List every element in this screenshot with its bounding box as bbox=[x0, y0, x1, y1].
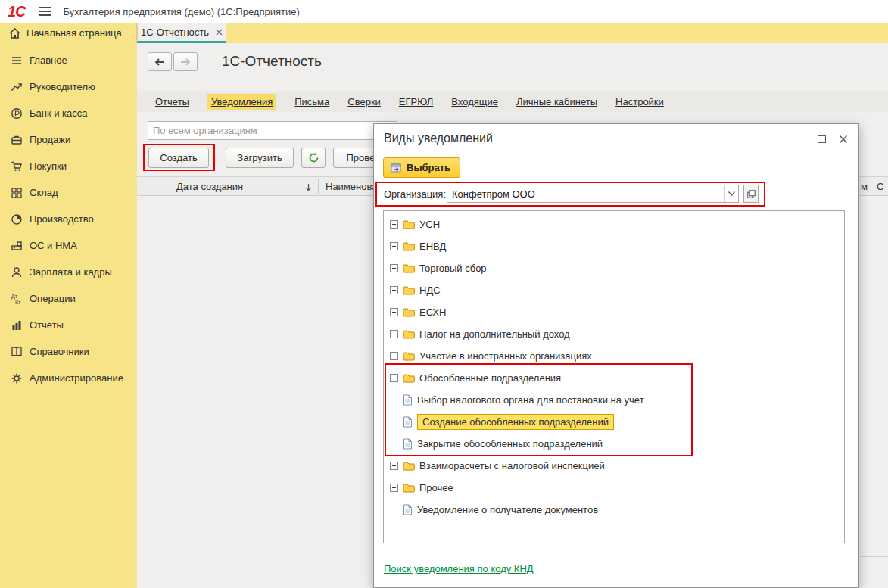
collapse-icon[interactable] bbox=[390, 374, 398, 382]
tree-item-vzaimoraschety[interactable]: Взаиморасчеты с налоговой инспекцией bbox=[384, 455, 844, 477]
sidebar-item-bank-i-kassa[interactable]: Банк и касса bbox=[0, 100, 137, 126]
back-arrow-icon bbox=[154, 58, 165, 66]
sidebar-item-label: Операции bbox=[30, 293, 76, 304]
section-sidebar: Главное Руководителю Банк и касса Продаж… bbox=[0, 43, 137, 588]
column-header-date[interactable]: Дата создания bbox=[176, 181, 243, 192]
sidebar-item-label: Продажи bbox=[30, 134, 70, 145]
tree-item-envd[interactable]: ЕНВД bbox=[384, 235, 844, 257]
sidebar-item-sklad[interactable]: Склад bbox=[0, 179, 137, 206]
tree-item-label: Взаиморасчеты с налоговой инспекцией bbox=[419, 460, 605, 471]
sidebar-item-pokupki[interactable]: Покупки bbox=[0, 153, 137, 179]
sidebar-item-prodazhi[interactable]: Продажи bbox=[0, 126, 137, 153]
tree-item-label: ЕНВД bbox=[419, 241, 446, 252]
tree-item-nds[interactable]: НДС bbox=[384, 279, 844, 301]
tree-item-label: Закрытие обособленных подразделений bbox=[417, 438, 603, 450]
nav-link-egrul[interactable]: ЕГРЮЛ bbox=[399, 96, 433, 107]
organization-filter-input[interactable] bbox=[148, 121, 397, 140]
operations-icon: ДтКт bbox=[10, 292, 23, 305]
organization-label: Организация: bbox=[384, 188, 446, 200]
sidebar-item-operacii[interactable]: ДтКт Операции bbox=[0, 285, 137, 312]
sidebar-item-spravochniki[interactable]: Справочники bbox=[0, 338, 137, 365]
tree-item-nalog-dop-dohod[interactable]: Налог на дополнительный доход bbox=[384, 323, 844, 345]
tree-item-zakrytie-podrazdeleniy[interactable]: Закрытие обособленных подразделений bbox=[384, 433, 844, 455]
organization-combobox[interactable] bbox=[447, 185, 739, 203]
nav-link-sverki[interactable]: Сверки bbox=[347, 96, 381, 107]
create-button[interactable]: Создать bbox=[148, 148, 209, 168]
sidebar-item-rukovoditelyu[interactable]: Руководителю bbox=[0, 73, 137, 100]
expand-icon[interactable] bbox=[390, 220, 398, 229]
tree-item-label: ЕСХН bbox=[419, 306, 446, 318]
main-menu-icon[interactable] bbox=[39, 7, 51, 16]
tree-item-vybor-organa[interactable]: Выбор налогового органа для постановки н… bbox=[384, 389, 844, 411]
maximize-icon[interactable] bbox=[818, 135, 826, 143]
column-fragment-s: С bbox=[877, 181, 883, 192]
sort-desc-icon bbox=[305, 183, 312, 191]
expand-icon[interactable] bbox=[390, 462, 398, 470]
organization-input[interactable] bbox=[447, 185, 724, 202]
tree-item-label: НДС bbox=[419, 285, 441, 296]
back-button[interactable] bbox=[148, 52, 172, 71]
folder-icon bbox=[403, 241, 415, 251]
refresh-button[interactable] bbox=[301, 148, 326, 168]
sidebar-item-label: Банк и касса bbox=[30, 107, 88, 119]
select-button[interactable]: Выбрать bbox=[383, 157, 460, 178]
svg-text:Кт: Кт bbox=[15, 299, 21, 304]
tree-item-torgovy-sbor[interactable]: Торговый сбор bbox=[384, 257, 844, 279]
expand-icon[interactable] bbox=[390, 286, 398, 294]
folder-icon bbox=[403, 461, 415, 471]
tab-close-icon[interactable] bbox=[216, 29, 223, 36]
load-button[interactable]: Загрузить bbox=[226, 148, 294, 168]
sidebar-item-os-i-nma[interactable]: ОС и НМА bbox=[0, 232, 137, 259]
app-title: Бухгалтерия предприятия (демо) (1С:Предп… bbox=[64, 6, 300, 17]
forward-button[interactable] bbox=[173, 52, 198, 71]
expand-icon[interactable] bbox=[390, 242, 398, 250]
folder-icon bbox=[403, 307, 415, 317]
sidebar-item-label: Склад bbox=[30, 187, 58, 198]
sidebar-item-zarplata-i-kadry[interactable]: Зарплата и кадры bbox=[0, 259, 137, 285]
sidebar-item-glavnoe[interactable]: Главное bbox=[0, 47, 137, 73]
folder-icon bbox=[403, 483, 415, 493]
expand-icon[interactable] bbox=[390, 484, 398, 492]
column-fragment-m: м bbox=[861, 181, 868, 192]
tree-item-label: Уведомление о получателе документов bbox=[417, 504, 598, 515]
tree-item-obosoblennye[interactable]: Обособленные подразделения bbox=[384, 367, 844, 389]
organization-row: Организация: bbox=[374, 185, 860, 204]
nav-link-uvedomleniya[interactable]: Уведомления bbox=[207, 94, 276, 110]
home-tab[interactable]: Начальная страница bbox=[0, 23, 137, 43]
tree-item-eshn[interactable]: ЕСХН bbox=[384, 301, 844, 323]
tree-item-usn[interactable]: УСН bbox=[384, 213, 844, 235]
tree-item-prochee[interactable]: Прочее bbox=[384, 477, 844, 499]
sidebar-item-label: Справочники bbox=[30, 346, 89, 357]
document-icon bbox=[403, 394, 413, 406]
expand-icon[interactable] bbox=[390, 308, 398, 316]
choose-from-list-button[interactable] bbox=[743, 185, 759, 203]
refresh-icon bbox=[308, 152, 319, 163]
nav-link-nastroyki[interactable]: Настройки bbox=[615, 96, 664, 107]
tab-1c-reporting[interactable]: 1С-Отчетность bbox=[137, 23, 226, 43]
briefcase-icon bbox=[10, 133, 23, 146]
nav-link-lichnye-kabinety[interactable]: Личные кабинеты bbox=[516, 96, 597, 107]
tree-item-uchastie-inostr[interactable]: Участие в иностранных организациях bbox=[384, 345, 844, 367]
nav-link-otchety[interactable]: Отчеты bbox=[155, 96, 189, 107]
notification-types-tree: УСН ЕНВД Торговый сбор НДС ЕСХН Налог на… bbox=[383, 210, 845, 543]
document-icon bbox=[403, 416, 413, 428]
sidebar-item-proizvodstvo[interactable]: Производство bbox=[0, 206, 137, 232]
knd-search-link[interactable]: Поиск уведомления по коду КНД bbox=[384, 563, 534, 574]
folder-icon bbox=[403, 285, 415, 295]
expand-icon[interactable] bbox=[390, 264, 398, 272]
select-button-label: Выбрать bbox=[407, 162, 450, 173]
expand-icon[interactable] bbox=[390, 330, 398, 338]
nav-link-pisma[interactable]: Письма bbox=[294, 96, 329, 107]
expand-icon[interactable] bbox=[390, 352, 398, 360]
tree-item-sozdanie-podrazdeleniy[interactable]: Создание обособленных подразделений bbox=[384, 411, 844, 433]
column-header-name[interactable]: Наименова bbox=[326, 181, 377, 192]
dropdown-arrow-icon[interactable] bbox=[724, 185, 738, 202]
nav-link-vhodyashchie[interactable]: Входящие bbox=[451, 96, 498, 107]
sidebar-item-administrirovanie[interactable]: Администрирование bbox=[0, 365, 137, 391]
app-titlebar: 1С Бухгалтерия предприятия (демо) (1С:Пр… bbox=[0, 0, 888, 23]
tree-item-label: Обособленные подразделения bbox=[419, 372, 561, 384]
tree-item-uvedomlenie-poluchatel[interactable]: Уведомление о получателе документов bbox=[384, 499, 844, 521]
sidebar-item-otchety[interactable]: Отчеты bbox=[0, 312, 137, 338]
folder-icon bbox=[403, 329, 415, 339]
close-icon[interactable] bbox=[839, 133, 848, 147]
